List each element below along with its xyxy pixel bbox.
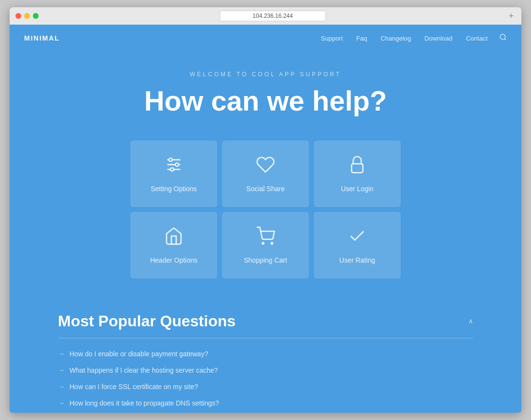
faq-item[interactable]: → How long does it take to propagate DNS… <box>58 399 473 407</box>
search-icon[interactable] <box>499 33 507 43</box>
svg-point-7 <box>170 168 174 171</box>
cards-grid: Setting Options Social Share <box>10 140 521 303</box>
card-user-rating[interactable]: User Rating <box>314 212 401 279</box>
svg-point-5 <box>169 158 172 161</box>
faq-divider <box>58 338 473 338</box>
card-setting-options[interactable]: Setting Options <box>130 140 217 207</box>
faq-title: Most Popular Questions <box>58 312 236 330</box>
hero-section: WELCOME TO COOL APP SUPPORT How can we h… <box>10 52 521 140</box>
svg-point-10 <box>271 242 273 244</box>
navbar: MINIMAL Support Faq Changelog Download C… <box>10 25 521 52</box>
lock-icon <box>348 155 367 176</box>
card-social-share[interactable]: Social Share <box>222 140 309 207</box>
faq-question-1: How do I enable or disable payment gatew… <box>70 350 208 358</box>
faq-question-3: How can I force SSL certificate on my si… <box>70 383 198 391</box>
nav-link-contact[interactable]: Contact <box>466 35 488 42</box>
card-user-rating-label: User Rating <box>339 256 375 264</box>
card-user-login-label: User Login <box>341 185 374 193</box>
svg-point-6 <box>175 163 179 166</box>
browser-window: 104.236.16.244 + MINIMAL Support Faq Cha… <box>10 7 521 413</box>
browser-chrome: 104.236.16.244 + <box>10 7 521 25</box>
check-icon <box>348 226 367 248</box>
faq-section: Most Popular Questions ∧ → How do I enab… <box>10 303 521 413</box>
close-button[interactable] <box>15 13 21 19</box>
maximize-button[interactable] <box>33 13 39 19</box>
home-icon <box>164 226 183 248</box>
nav-link-download[interactable]: Download <box>424 35 452 42</box>
arrow-icon: → <box>58 350 65 358</box>
svg-point-0 <box>500 34 505 40</box>
nav-logo: MINIMAL <box>24 34 60 42</box>
faq-question-4: How long does it take to propagate DNS s… <box>70 399 219 407</box>
card-header-options[interactable]: Header Options <box>130 212 217 279</box>
new-tab-button[interactable]: + <box>507 12 516 20</box>
faq-item[interactable]: → How can I force SSL certificate on my … <box>58 383 473 391</box>
faq-header: Most Popular Questions ∧ <box>58 312 473 330</box>
minimize-button[interactable] <box>24 13 30 19</box>
nav-link-faq[interactable]: Faq <box>356 35 367 42</box>
faq-list: → How do I enable or disable payment gat… <box>58 350 473 413</box>
address-bar: 104.236.16.244 <box>42 11 503 21</box>
arrow-icon: → <box>58 383 65 391</box>
hero-title: How can we help? <box>19 85 512 116</box>
faq-toggle-icon[interactable]: ∧ <box>468 317 473 325</box>
card-shopping-cart-label: Shopping Cart <box>244 256 287 264</box>
cart-icon <box>256 226 275 248</box>
heart-icon <box>256 155 275 176</box>
card-social-share-label: Social Share <box>246 185 284 193</box>
nav-link-changelog[interactable]: Changelog <box>380 35 411 42</box>
svg-rect-8 <box>351 164 363 172</box>
card-shopping-cart[interactable]: Shopping Cart <box>222 212 309 279</box>
card-header-options-label: Header Options <box>150 256 197 264</box>
traffic-lights <box>15 13 39 19</box>
faq-item[interactable]: → How do I enable or disable payment gat… <box>58 350 473 358</box>
hero-subtitle: WELCOME TO COOL APP SUPPORT <box>19 71 512 78</box>
card-setting-options-label: Setting Options <box>151 185 197 193</box>
faq-item[interactable]: → What happens if I clear the hosting se… <box>58 366 473 374</box>
address-input[interactable]: 104.236.16.244 <box>220 11 326 21</box>
svg-line-1 <box>504 39 506 40</box>
sliders-icon <box>164 155 183 176</box>
nav-links: Support Faq Changelog Download Contact <box>321 34 488 42</box>
page-content: MINIMAL Support Faq Changelog Download C… <box>10 25 521 413</box>
arrow-icon: → <box>58 366 65 374</box>
arrow-icon: → <box>58 399 65 407</box>
svg-point-9 <box>262 242 264 244</box>
card-user-login[interactable]: User Login <box>314 140 401 207</box>
faq-question-2: What happens if I clear the hosting serv… <box>70 366 218 374</box>
nav-link-support[interactable]: Support <box>321 35 343 42</box>
